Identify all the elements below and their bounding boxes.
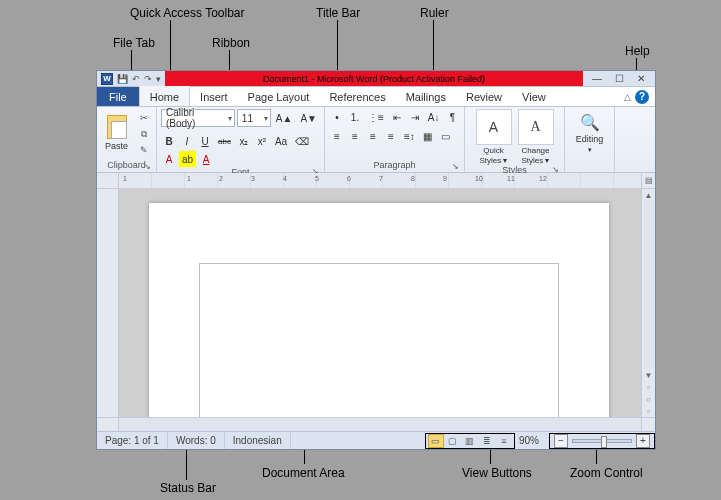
browse-object-icon[interactable]: ○ xyxy=(643,393,655,405)
zoom-slider-thumb[interactable] xyxy=(601,436,607,448)
show-marks-button[interactable]: ¶ xyxy=(445,109,461,125)
line-spacing-button[interactable]: ≡↕ xyxy=(401,128,418,144)
vertical-scrollbar[interactable]: ▲ ▼ ◦ ○ ◦ xyxy=(641,189,655,417)
multilevel-list-button[interactable]: ⋮≡ xyxy=(365,109,387,125)
align-left-button[interactable]: ≡ xyxy=(329,128,345,144)
highlight-button[interactable]: ab xyxy=(179,151,196,167)
ribbon: Paste ✂ ⧉ ✎ Clipboard ↘ Calibri (Body) 1… xyxy=(97,107,655,173)
increase-indent-button[interactable]: ⇥ xyxy=(407,109,423,125)
ruler-mark: 2 xyxy=(219,175,223,182)
ribbon-collapse-icon[interactable]: △ xyxy=(624,92,631,102)
font-size-combo[interactable]: 11 xyxy=(237,109,271,127)
ruler-mark: 11 xyxy=(507,175,515,182)
group-clipboard: Paste ✂ ⧉ ✎ Clipboard ↘ xyxy=(97,107,157,172)
editing-button[interactable]: 🔍 Editing ▾ xyxy=(570,109,610,157)
qat-save-icon[interactable]: 💾 xyxy=(117,74,128,84)
callout-file-tab: File Tab xyxy=(113,36,155,50)
minimize-button[interactable]: — xyxy=(587,72,607,86)
justify-button[interactable]: ≡ xyxy=(383,128,399,144)
help-icon[interactable]: ? xyxy=(635,90,649,104)
decrease-indent-button[interactable]: ⇤ xyxy=(389,109,405,125)
ruler-mark: 1 xyxy=(123,175,127,182)
format-painter-icon[interactable]: ✎ xyxy=(136,143,152,157)
font-color-button[interactable]: A xyxy=(198,151,214,167)
callout-title-bar: Title Bar xyxy=(316,6,360,20)
callout-status-bar: Status Bar xyxy=(160,481,216,495)
document-viewport[interactable] xyxy=(119,189,641,417)
grow-font-icon[interactable]: A▲ xyxy=(273,110,296,126)
ribbon-tabs: File Home Insert Page Layout References … xyxy=(97,87,655,107)
status-words[interactable]: Words: 0 xyxy=(168,432,225,449)
line-title-bar xyxy=(337,20,338,76)
group-editing: 🔍 Editing ▾ xyxy=(565,107,615,172)
qat-customize-icon[interactable]: ▾ xyxy=(156,74,161,84)
horizontal-scrollbar[interactable] xyxy=(97,417,655,431)
tab-home[interactable]: Home xyxy=(139,86,190,106)
tab-mailings[interactable]: Mailings xyxy=(396,87,456,106)
group-paragraph: • 1. ⋮≡ ⇤ ⇥ A↓ ¶ ≡ ≡ ≡ ≡ ≡↕ ▦ ▭ xyxy=(325,107,465,172)
ruler-mark: 4 xyxy=(283,175,287,182)
clear-formatting-button[interactable]: ⌫ xyxy=(292,133,312,149)
superscript-button[interactable]: x² xyxy=(254,133,270,149)
tab-review[interactable]: Review xyxy=(456,87,512,106)
quick-styles-button[interactable]: A Quick Styles ▾ xyxy=(476,109,512,165)
app-window: W 💾 ↶ ↷ ▾ Document1 - Microsoft Word (Pr… xyxy=(96,70,656,450)
numbering-button[interactable]: 1. xyxy=(347,109,363,125)
status-page[interactable]: Page: 1 of 1 xyxy=(97,432,168,449)
tab-insert[interactable]: Insert xyxy=(190,87,238,106)
view-outline-icon[interactable]: ≣ xyxy=(479,434,495,448)
qat-undo-icon[interactable]: ↶ xyxy=(132,74,140,84)
italic-button[interactable]: I xyxy=(179,133,195,149)
cut-icon[interactable]: ✂ xyxy=(136,111,152,125)
view-draft-icon[interactable]: ≡ xyxy=(496,434,512,448)
zoom-percent[interactable]: 90% xyxy=(519,435,539,446)
copy-icon[interactable]: ⧉ xyxy=(136,127,152,141)
vscroll-track[interactable] xyxy=(644,201,654,369)
hscroll-track[interactable] xyxy=(119,418,641,431)
close-button[interactable]: ✕ xyxy=(631,72,651,86)
vertical-ruler[interactable] xyxy=(97,189,119,417)
sort-button[interactable]: A↓ xyxy=(425,109,443,125)
maximize-button[interactable]: ☐ xyxy=(609,72,629,86)
tab-selector[interactable] xyxy=(97,173,119,188)
change-styles-button[interactable]: A Change Styles ▾ xyxy=(518,109,554,165)
zoom-out-button[interactable]: − xyxy=(554,434,568,448)
subscript-button[interactable]: x₂ xyxy=(236,133,252,149)
clipboard-dialog-launcher-icon[interactable]: ↘ xyxy=(142,161,152,171)
horizontal-ruler-row: 1 1 2 3 4 5 6 7 8 9 10 11 12 ▤ xyxy=(97,173,655,189)
shrink-font-icon[interactable]: A▼ xyxy=(297,110,320,126)
paragraph-dialog-launcher-icon[interactable]: ↘ xyxy=(450,161,460,171)
font-name-combo[interactable]: Calibri (Body) xyxy=(161,109,235,127)
borders-button[interactable]: ▭ xyxy=(438,128,454,144)
text-effects-button[interactable]: A xyxy=(161,151,177,167)
align-right-button[interactable]: ≡ xyxy=(365,128,381,144)
change-case-button[interactable]: Aa xyxy=(272,133,290,149)
paste-button[interactable]: Paste xyxy=(101,109,132,157)
view-print-layout-icon[interactable]: ▭ xyxy=(428,434,444,448)
scroll-down-icon[interactable]: ▼ xyxy=(643,369,655,381)
zoom-slider[interactable] xyxy=(572,439,632,443)
page[interactable] xyxy=(149,203,609,417)
zoom-in-button[interactable]: + xyxy=(636,434,650,448)
app-icon[interactable]: W xyxy=(101,73,113,85)
tab-references[interactable]: References xyxy=(319,87,395,106)
ruler-toggle-icon[interactable]: ▤ xyxy=(641,173,655,188)
line-zoom-control xyxy=(596,450,597,464)
bold-button[interactable]: B xyxy=(161,133,177,149)
scroll-up-icon[interactable]: ▲ xyxy=(643,189,655,201)
shading-button[interactable]: ▦ xyxy=(420,128,436,144)
qat-redo-icon[interactable]: ↷ xyxy=(144,74,152,84)
prev-page-icon[interactable]: ◦ xyxy=(643,381,655,393)
status-language[interactable]: Indonesian xyxy=(225,432,291,449)
align-center-button[interactable]: ≡ xyxy=(347,128,363,144)
next-page-icon[interactable]: ◦ xyxy=(643,405,655,417)
underline-button[interactable]: U xyxy=(197,133,213,149)
view-full-screen-icon[interactable]: ▢ xyxy=(445,434,461,448)
horizontal-ruler[interactable]: 1 1 2 3 4 5 6 7 8 9 10 11 12 xyxy=(119,173,641,188)
view-web-layout-icon[interactable]: ▥ xyxy=(462,434,478,448)
tab-page-layout[interactable]: Page Layout xyxy=(238,87,320,106)
strikethrough-button[interactable]: abc xyxy=(215,133,234,149)
tab-view[interactable]: View xyxy=(512,87,556,106)
bullets-button[interactable]: • xyxy=(329,109,345,125)
file-tab[interactable]: File xyxy=(97,87,139,106)
